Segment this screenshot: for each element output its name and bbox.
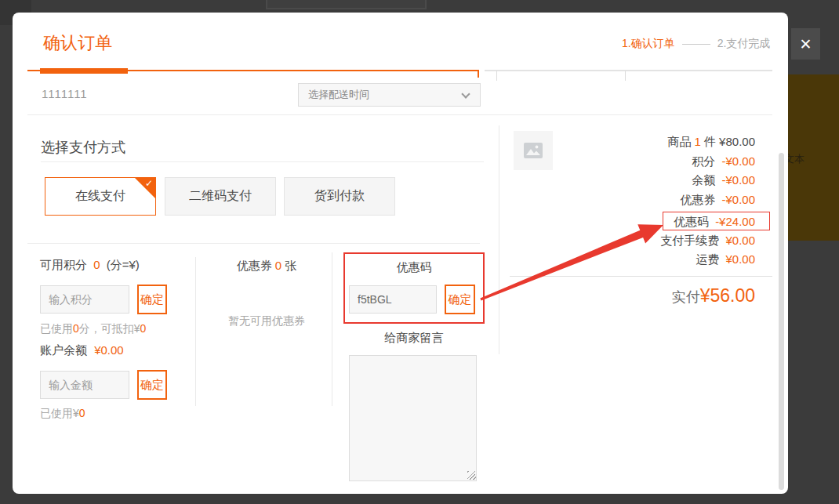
points-label: 可用积分: [40, 258, 87, 271]
summary-row-coupon: 优惠券 -¥0.00: [510, 193, 755, 208]
payment-method-online[interactable]: 在线支付 ✓: [45, 177, 156, 216]
table-column-tick: [625, 71, 626, 81]
summary-row-value: ¥0.00: [725, 234, 755, 247]
summary-row-label: 运费: [696, 252, 719, 266]
divider: [41, 161, 484, 162]
points-confirm-label: 确定: [140, 292, 164, 307]
coupon-empty-text: 暂无可用优惠券: [201, 314, 332, 328]
balance-title: 账户余额 ¥0.00: [40, 343, 124, 358]
points-unit-hint: (分=¥): [107, 258, 140, 271]
summary-row-label: 支付手续费: [660, 234, 719, 247]
balance-confirm-label: 确定: [140, 378, 164, 393]
balance-confirm-button[interactable]: 确定: [137, 370, 167, 400]
promo-discount-highlight-box: [663, 212, 770, 230]
summary-row-value: -¥0.00: [721, 173, 755, 187]
delivery-time-select-label: 选择配送时间: [308, 89, 369, 100]
close-button[interactable]: ✕: [791, 28, 820, 60]
coupon-unit: 张: [285, 259, 296, 272]
coupon-count: 0: [275, 259, 281, 272]
background-top-box: [266, 0, 427, 9]
summary-row-shipping: 运费 ¥0.00: [510, 252, 755, 267]
summary-item-label: 商品: [668, 135, 692, 148]
divider: [27, 114, 772, 115]
points-title: 可用积分 0 (分=¥): [40, 258, 140, 273]
active-tab-indicator: [40, 68, 128, 74]
summary-row-label: 积分: [692, 154, 715, 168]
table-column-tick: [496, 71, 497, 81]
column-divider: [332, 252, 332, 406]
summary-row-label: 优惠券: [680, 193, 715, 206]
divider: [27, 243, 480, 244]
summary-row-balance: 余额 -¥0.00: [510, 173, 755, 188]
divider: [510, 276, 772, 277]
close-icon: ✕: [800, 35, 812, 53]
balance-amount: ¥0.00: [94, 343, 124, 357]
balance-used-value: 0: [79, 407, 85, 419]
points-used-middle: 分，可抵扣¥: [79, 322, 140, 335]
balance-label: 账户余额: [40, 343, 87, 357]
page: 文本 ✕ 确认订单 1.确认订单 2.支付完成 1111111 选择配送时间 选…: [0, 0, 839, 504]
points-input[interactable]: [40, 285, 129, 314]
total-value: ¥56.00: [700, 285, 755, 306]
summary-item-amount: 件 ¥80.00: [704, 135, 755, 148]
scrollbar-thumb[interactable]: [779, 153, 784, 490]
summary-row-fee: 支付手续费 ¥0.00: [510, 234, 755, 248]
balance-used-prefix: 已使用¥: [40, 407, 79, 419]
page-title: 确认订单: [43, 31, 112, 55]
points-used-text: 已使用0分，可抵扣¥0: [40, 322, 146, 336]
merchant-message-label: 给商家留言: [343, 331, 485, 346]
summary-item-qty: 1: [695, 135, 701, 148]
balance-used-text: 已使用¥0: [40, 407, 85, 421]
payment-method-online-label: 在线支付: [75, 188, 125, 205]
total-row: 实付¥56.00: [510, 285, 755, 306]
step-confirm-order: 1.确认订单: [622, 37, 675, 51]
checkout-steps: 1.确认订单 2.支付完成: [622, 37, 770, 51]
summary-row-value: -¥0.00: [721, 154, 755, 168]
coupon-title: 优惠券0张: [201, 259, 332, 274]
payment-method-cod[interactable]: 货到付款: [284, 177, 395, 216]
summary-row-label: 余额: [692, 173, 715, 187]
summary-row-points: 积分 -¥0.00: [510, 154, 755, 169]
points-available-value: 0: [93, 258, 100, 271]
check-icon: ✓: [145, 178, 153, 189]
payment-method-qrcode-label: 二维码支付: [189, 188, 252, 205]
points-confirm-button[interactable]: 确定: [137, 285, 167, 314]
points-used-prefix: 已使用: [40, 322, 73, 335]
balance-input[interactable]: [40, 371, 129, 399]
merchant-message-textarea[interactable]: [349, 355, 477, 481]
promo-code-highlight-box: [343, 252, 485, 324]
coupon-label: 优惠券: [237, 259, 272, 272]
background-side-panel: 文本: [787, 74, 839, 241]
steps-divider-line: [682, 44, 710, 45]
summary-item-row: 商品1件 ¥80.00: [510, 135, 755, 150]
column-divider: [499, 125, 499, 354]
summary-row-value: ¥0.00: [725, 252, 755, 266]
tab-underline-end-tick: [478, 70, 479, 78]
table-bottom-border: [485, 70, 772, 71]
payment-method-qrcode[interactable]: 二维码支付: [165, 177, 276, 216]
step-payment-complete: 2.支付完成: [717, 37, 771, 51]
order-note-text: 1111111: [42, 87, 88, 100]
delivery-time-select[interactable]: 选择配送时间: [298, 83, 481, 107]
column-divider: [195, 257, 196, 406]
payment-method-cod-label: 货到付款: [314, 188, 365, 205]
summary-row-value: -¥0.00: [721, 193, 755, 206]
points-deductible-value: 0: [140, 322, 147, 335]
payment-section-heading: 选择支付方式: [41, 138, 125, 157]
chevron-down-icon: [461, 89, 470, 98]
total-label: 实付: [672, 289, 700, 305]
points-used-value: 0: [73, 322, 79, 335]
